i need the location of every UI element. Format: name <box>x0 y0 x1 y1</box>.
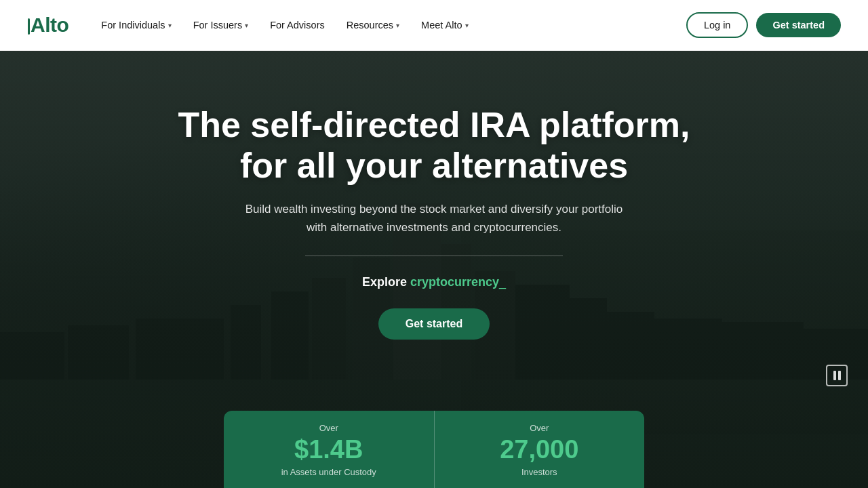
nav-label-individuals: For Individuals <box>101 20 165 30</box>
chevron-down-icon: ▾ <box>168 22 172 29</box>
hero-content: The self-directed IRA platform, for all … <box>163 51 705 340</box>
pause-bar-right <box>838 371 841 380</box>
hero-title: The self-directed IRA platform, for all … <box>163 105 705 186</box>
chevron-down-icon: ▾ <box>465 22 469 29</box>
stat-assets-label-top: Over <box>319 423 338 433</box>
navbar: Alto For Individuals ▾ For Issuers ▾ For… <box>0 0 868 51</box>
explore-cursor: _ <box>499 275 506 289</box>
chevron-down-icon: ▾ <box>396 22 399 29</box>
stat-investors-label-top: Over <box>530 423 549 433</box>
stat-assets-label-bottom: in Assets under Custody <box>281 467 376 477</box>
logo[interactable]: Alto <box>27 14 68 37</box>
get-started-nav-button[interactable]: Get started <box>756 13 841 37</box>
hero-explore-text: Explore cryptocurrency_ <box>362 275 506 289</box>
explore-link[interactable]: cryptocurrency <box>410 275 499 289</box>
nav-item-advisors[interactable]: For Advisors <box>262 14 333 36</box>
stat-investors-value: 27,000 <box>500 436 578 464</box>
get-started-hero-button[interactable]: Get started <box>378 308 490 340</box>
explore-prefix: Explore <box>362 275 410 289</box>
stat-assets-value: $1.4B <box>294 436 363 464</box>
logo-slash-left <box>28 18 30 35</box>
navbar-right: Log in Get started <box>686 12 841 38</box>
stat-investors: Over 27,000 Investors <box>435 411 645 488</box>
pause-button[interactable] <box>826 365 848 386</box>
hero-divider <box>305 256 563 256</box>
nav-item-meet-alto[interactable]: Meet Alto ▾ <box>413 14 476 36</box>
stats-bar: Over $1.4B in Assets under Custody Over … <box>224 411 644 488</box>
nav-label-meet-alto: Meet Alto <box>421 20 462 30</box>
nav-label-resources: Resources <box>347 20 393 30</box>
navbar-left: Alto For Individuals ▾ For Issuers ▾ For… <box>27 14 477 37</box>
hero-section: The self-directed IRA platform, for all … <box>0 51 868 488</box>
nav-item-resources[interactable]: Resources ▾ <box>338 14 408 36</box>
chevron-down-icon: ▾ <box>245 22 248 29</box>
pause-bar-left <box>833 371 836 380</box>
nav-label-advisors: For Advisors <box>270 20 325 30</box>
nav-item-individuals[interactable]: For Individuals ▾ <box>93 14 179 36</box>
hero-subtitle: Build wealth investing beyond the stock … <box>237 200 631 237</box>
nav-links: For Individuals ▾ For Issuers ▾ For Advi… <box>93 14 476 36</box>
stat-assets: Over $1.4B in Assets under Custody <box>224 411 435 488</box>
stat-investors-label-bottom: Investors <box>521 467 557 477</box>
nav-item-issuers[interactable]: For Issuers ▾ <box>185 14 257 36</box>
nav-label-issuers: For Issuers <box>193 20 243 30</box>
login-button[interactable]: Log in <box>686 12 749 38</box>
